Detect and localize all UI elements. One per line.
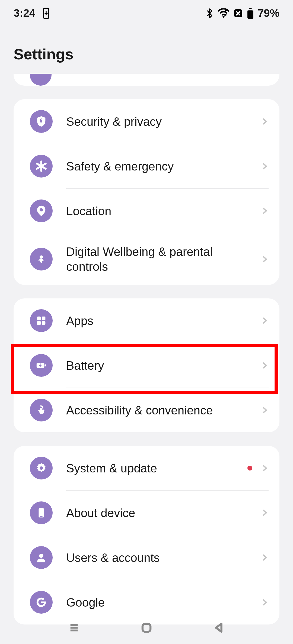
chevron-right-icon — [260, 162, 269, 170]
label-safety-emergency: Safety & emergency — [66, 159, 260, 174]
row-security-privacy[interactable]: Security & privacy — [14, 99, 279, 144]
svg-point-13 — [40, 255, 43, 259]
chevron-right-icon — [260, 207, 269, 215]
google-icon — [30, 591, 53, 614]
settings-group-apps: Apps Battery Accessibility & convenience — [14, 298, 279, 432]
row-accessibility[interactable]: Accessibility & convenience — [14, 388, 279, 432]
row-system-update[interactable]: System & update — [14, 446, 279, 490]
svg-rect-17 — [42, 321, 45, 325]
svg-rect-16 — [37, 321, 41, 325]
label-users-accounts: Users & accounts — [66, 550, 260, 565]
label-battery: Battery — [66, 358, 260, 373]
wifi-icon — [218, 8, 230, 18]
label-google: Google — [66, 595, 260, 610]
partial-previous-card — [14, 74, 279, 86]
chevron-right-icon — [260, 598, 269, 606]
row-apps[interactable]: Apps — [14, 298, 279, 343]
no-signal-icon — [233, 8, 243, 18]
svg-rect-19 — [44, 364, 46, 366]
row-safety-emergency[interactable]: Safety & emergency — [14, 144, 279, 188]
pin-icon — [30, 199, 53, 222]
bluetooth-icon — [206, 8, 214, 19]
chevron-right-icon — [260, 255, 269, 263]
chevron-right-icon — [260, 406, 269, 414]
chevron-right-icon — [260, 553, 269, 562]
nav-back-button[interactable] — [212, 621, 226, 635]
svg-rect-22 — [40, 516, 43, 517]
settings-group-privacy: Security & privacy Safety & emergency Lo… — [14, 99, 279, 285]
row-digital-wellbeing[interactable]: Digital Wellbeing & parental controls — [14, 233, 279, 285]
settings-group-system: System & update About device Users & acc… — [14, 446, 279, 624]
row-users-accounts[interactable]: Users & accounts — [14, 535, 279, 580]
label-digital-wellbeing: Digital Wellbeing & parental controls — [66, 244, 260, 274]
nav-home-button[interactable] — [140, 621, 153, 635]
svg-rect-7 — [247, 10, 253, 19]
row-location[interactable]: Location — [14, 189, 279, 233]
status-bar: 3:24 79% — [0, 0, 293, 26]
page-title: Settings — [0, 26, 293, 74]
touch-icon — [30, 399, 53, 421]
label-accessibility: Accessibility & convenience — [66, 403, 260, 418]
svg-rect-27 — [142, 624, 150, 632]
svg-rect-15 — [42, 317, 45, 320]
row-about-device[interactable]: About device — [14, 491, 279, 535]
shield-icon — [30, 110, 53, 133]
svg-point-1 — [222, 16, 224, 18]
navigation-bar — [0, 611, 293, 644]
svg-point-20 — [40, 466, 43, 470]
asterisk-icon — [30, 155, 53, 178]
svg-rect-3 — [249, 8, 251, 9]
status-time: 3:24 — [14, 7, 35, 19]
grid-icon — [30, 309, 53, 332]
svg-point-12 — [40, 208, 43, 211]
label-apps: Apps — [66, 313, 260, 328]
svg-rect-14 — [37, 317, 41, 320]
row-battery[interactable]: Battery — [14, 343, 279, 388]
chevron-right-icon — [260, 117, 269, 125]
chevron-right-icon — [260, 464, 269, 472]
update-dot — [247, 466, 252, 471]
label-security-privacy: Security & privacy — [66, 114, 260, 129]
label-about-device: About device — [66, 505, 260, 520]
svg-point-23 — [39, 554, 43, 558]
phone-icon — [30, 501, 53, 524]
label-location: Location — [66, 204, 260, 218]
nav-recent-button[interactable] — [67, 621, 81, 635]
person-icon — [30, 546, 53, 569]
heart-person-icon — [30, 248, 53, 271]
battery-percent: 79% — [258, 7, 279, 19]
battery-charging-icon — [30, 354, 53, 377]
chevron-right-icon — [260, 317, 269, 325]
chevron-right-icon — [260, 509, 269, 517]
gear-icon — [30, 457, 53, 479]
download-icon — [42, 7, 50, 19]
chevron-right-icon — [260, 361, 269, 369]
label-system-update: System & update — [66, 461, 247, 476]
battery-icon — [247, 8, 254, 19]
